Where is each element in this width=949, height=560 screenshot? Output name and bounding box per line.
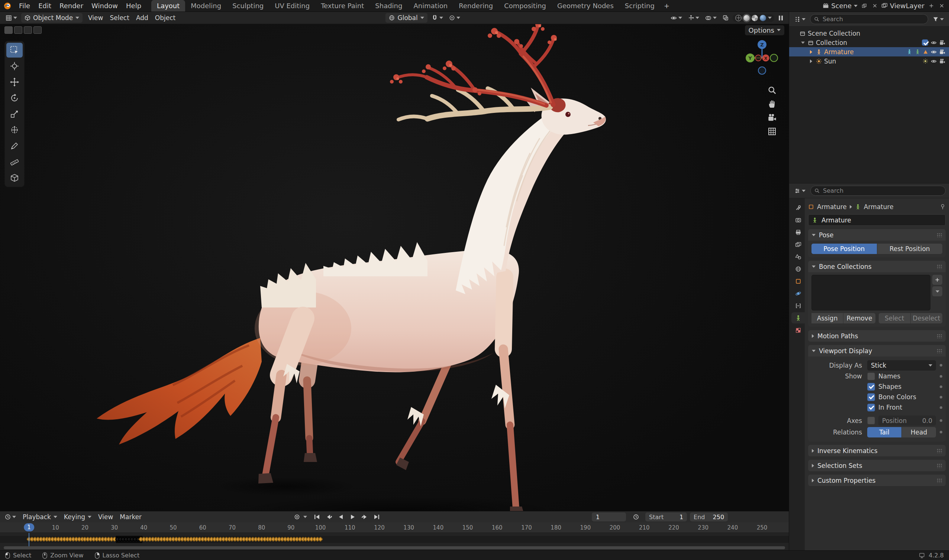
- render-visibility-camera-icon[interactable]: [939, 49, 945, 55]
- workspace-tab[interactable]: Scripting: [619, 0, 660, 12]
- tab-physics[interactable]: [792, 288, 805, 299]
- tab-constraints[interactable]: [792, 300, 805, 311]
- panel-bone-collections-header[interactable]: Bone Collections: [808, 261, 946, 272]
- tab-object-data[interactable]: [792, 312, 805, 323]
- delete-scene-button[interactable]: [871, 2, 878, 10]
- viewport-ortho-toggle-button[interactable]: [765, 125, 779, 138]
- tab-output[interactable]: [792, 226, 805, 238]
- timeline-scrollbar[interactable]: [4, 546, 785, 549]
- rest-position-button[interactable]: Rest Position: [877, 244, 943, 254]
- options-button[interactable]: Options: [745, 25, 784, 35]
- axes-checkbox[interactable]: [867, 417, 875, 425]
- bone-collection-action-button[interactable]: Deselect: [911, 313, 942, 323]
- outliner-row-sun[interactable]: Sun: [789, 57, 949, 66]
- panel-selection-sets-header[interactable]: Selection Sets: [808, 460, 946, 471]
- tool-scale[interactable]: [6, 106, 23, 122]
- header-pause-icon[interactable]: [776, 14, 785, 22]
- properties-search[interactable]: [810, 186, 946, 196]
- workspace-tab[interactable]: Modeling: [185, 0, 227, 12]
- bone-collection-action-button[interactable]: Assign: [812, 313, 843, 323]
- animate-decorator[interactable]: [940, 364, 942, 366]
- show-object-types-dropdown[interactable]: [669, 14, 684, 22]
- jump-to-end-button[interactable]: [371, 512, 382, 522]
- panel-drag-handle[interactable]: [937, 232, 942, 237]
- relations-tail-button[interactable]: Tail: [867, 427, 901, 437]
- workspace-tab[interactable]: Shading: [369, 0, 408, 12]
- bone-collection-action-button[interactable]: Remove: [843, 313, 875, 323]
- panel-inverse-kinematics-header[interactable]: Inverse Kinematics: [808, 445, 946, 456]
- panel-drag-handle[interactable]: [937, 334, 942, 338]
- panel-drag-handle[interactable]: [937, 348, 942, 353]
- panel-pose-header[interactable]: Pose: [808, 229, 946, 241]
- outliner-row-armature[interactable]: Armature: [789, 47, 949, 57]
- select-mode-new-button[interactable]: [5, 26, 12, 34]
- outliner-row-collection[interactable]: Collection: [789, 38, 949, 47]
- hide-eye-icon[interactable]: [931, 40, 937, 46]
- hide-eye-icon[interactable]: [931, 58, 937, 64]
- disclosure-closed-icon[interactable]: [810, 50, 812, 54]
- relations-head-button[interactable]: Head: [902, 427, 936, 437]
- viewlayer-selector[interactable]: ViewLayer: [881, 2, 924, 10]
- play-button[interactable]: [347, 512, 358, 522]
- shapes-checkbox[interactable]: [867, 383, 875, 391]
- properties-search-input[interactable]: [822, 187, 941, 195]
- select-mode-extend-button[interactable]: [14, 26, 22, 34]
- panel-motion-paths-header[interactable]: Motion Paths: [808, 330, 946, 342]
- snap-toggle[interactable]: [430, 14, 445, 22]
- workspace-tab[interactable]: Geometry Nodes: [552, 0, 619, 12]
- viewport-camera-button[interactable]: [765, 111, 779, 124]
- overlays-dropdown[interactable]: [703, 14, 719, 22]
- current-frame-input[interactable]: [595, 513, 623, 521]
- armature-name-field[interactable]: [808, 214, 946, 226]
- bone-collections-specials-button[interactable]: [932, 286, 942, 296]
- timeline-menu-item[interactable]: Playback: [19, 512, 60, 522]
- playhead-line[interactable]: [29, 533, 29, 546]
- hide-eye-icon[interactable]: [931, 49, 937, 55]
- axes-position-slider[interactable]: Position 0.0: [878, 415, 936, 426]
- workspace-tab[interactable]: UV Editing: [269, 0, 315, 12]
- next-keyframe-button[interactable]: [359, 512, 370, 522]
- animate-decorator[interactable]: [940, 385, 942, 388]
- workspace-tab[interactable]: Compositing: [498, 0, 552, 12]
- animate-decorator[interactable]: [940, 375, 942, 378]
- collection-checkbox[interactable]: [922, 39, 928, 46]
- add-bone-collection-button[interactable]: [932, 275, 942, 285]
- render-visibility-camera-icon[interactable]: [939, 58, 945, 64]
- jump-to-start-button[interactable]: [312, 512, 323, 522]
- pin-id-button[interactable]: [940, 204, 946, 210]
- outliner-editor-type-selector[interactable]: [793, 15, 807, 23]
- panel-drag-handle[interactable]: [937, 478, 942, 483]
- bone-collections-list[interactable]: [812, 275, 930, 311]
- tool-annotate[interactable]: [6, 138, 23, 153]
- animate-decorator[interactable]: [940, 396, 942, 398]
- bone-collection-action-button[interactable]: Select: [879, 313, 910, 323]
- shading-material-button[interactable]: [751, 15, 758, 21]
- proportional-editing-toggle[interactable]: [447, 14, 462, 22]
- deer-model[interactable]: [85, 19, 606, 511]
- keyframe-track[interactable]: [0, 533, 789, 546]
- panel-drag-handle[interactable]: [937, 264, 942, 269]
- display-as-dropdown[interactable]: Stick: [867, 360, 936, 371]
- tab-scene[interactable]: [792, 251, 805, 262]
- frame-end-field[interactable]: End 250: [690, 512, 728, 522]
- animate-decorator[interactable]: [940, 431, 942, 433]
- use-preview-range-button[interactable]: [630, 512, 642, 522]
- previous-keyframe-button[interactable]: [323, 512, 335, 522]
- new-viewlayer-button[interactable]: [927, 2, 935, 10]
- shading-wireframe-button[interactable]: [735, 15, 742, 21]
- tab-world[interactable]: [792, 263, 805, 274]
- viewport-pan-button[interactable]: [765, 98, 779, 110]
- names-checkbox[interactable]: [867, 372, 875, 380]
- current-frame-field[interactable]: [592, 512, 626, 522]
- properties-editor-type-selector[interactable]: [793, 187, 807, 195]
- disclosure-closed-icon[interactable]: [810, 59, 812, 63]
- transform-orientation-selector[interactable]: Global: [386, 13, 427, 23]
- topbar-menu-item[interactable]: Window: [87, 1, 122, 11]
- tool-measure[interactable]: [6, 154, 23, 169]
- panel-custom-properties-header[interactable]: Custom Properties: [808, 475, 946, 486]
- system-resources-icon[interactable]: [919, 552, 925, 558]
- outliner-search-input[interactable]: [822, 15, 924, 23]
- breadcrumb-object[interactable]: Armature: [817, 203, 847, 211]
- workspace-tab[interactable]: Animation: [408, 0, 453, 12]
- viewport-menu-item[interactable]: Object: [152, 13, 179, 23]
